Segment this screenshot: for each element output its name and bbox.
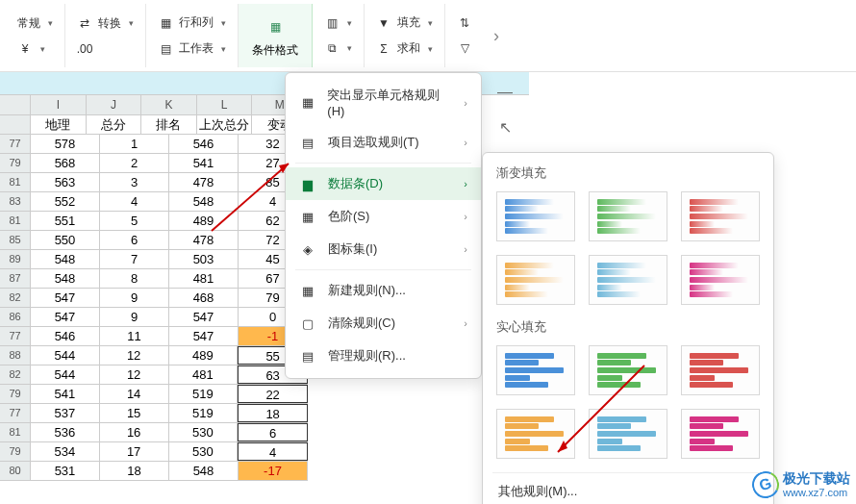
cell-total[interactable]: 541 xyxy=(31,385,100,403)
other-rules-button[interactable]: 其他规则(M)... xyxy=(492,472,764,504)
cell-rank[interactable]: 1 xyxy=(100,135,169,153)
gradient-databar-thumb[interactable] xyxy=(496,191,575,241)
cell-total[interactable]: 544 xyxy=(31,346,100,365)
cell-prev[interactable]: 547 xyxy=(169,327,239,345)
cell-rank[interactable]: 12 xyxy=(100,346,169,365)
select-all-corner[interactable] xyxy=(0,95,31,114)
cell-prev[interactable]: 489 xyxy=(169,346,239,365)
cell-prev[interactable]: 541 xyxy=(169,154,239,172)
cell-total[interactable]: 578 xyxy=(31,135,100,153)
filter-button[interactable]: ▽ xyxy=(451,37,478,60)
cell-rank[interactable]: 11 xyxy=(100,327,169,345)
crop-button[interactable]: ⧉▾ xyxy=(318,37,358,60)
menu-highlight-rules[interactable]: ▦ 突出显示单元格规则(H) › xyxy=(286,79,481,126)
row-header[interactable]: 89 xyxy=(0,250,31,268)
row-header[interactable]: 77 xyxy=(0,135,31,153)
cell-rank[interactable]: 2 xyxy=(100,154,169,172)
cell-prev[interactable]: 547 xyxy=(169,308,239,326)
row-header[interactable]: 79 xyxy=(0,442,31,461)
worksheet-button[interactable]: ▤ 工作表▾ xyxy=(152,37,232,61)
cell-rank[interactable]: 14 xyxy=(100,385,169,403)
cell-prev[interactable]: 530 xyxy=(169,423,239,441)
col-header[interactable]: I xyxy=(31,95,87,114)
menu-icon-sets[interactable]: ◈ 图标集(I) › xyxy=(286,233,481,265)
row-header[interactable]: 77 xyxy=(0,404,31,422)
sum-button[interactable]: Σ 求和▾ xyxy=(370,37,439,61)
gradient-databar-thumb[interactable] xyxy=(496,255,575,305)
cell-prev[interactable]: 489 xyxy=(169,212,239,230)
minimize-icon[interactable]: — xyxy=(494,82,516,103)
cell-delta[interactable]: 4 xyxy=(238,442,308,461)
sort-button[interactable]: ⇅ xyxy=(451,12,478,35)
cell-total[interactable]: 534 xyxy=(31,442,100,461)
solid-databar-thumb[interactable] xyxy=(496,409,575,459)
row-header[interactable]: 81 xyxy=(0,423,31,441)
solid-databar-thumb[interactable] xyxy=(496,345,575,395)
solid-databar-thumb[interactable] xyxy=(681,409,760,459)
cell-prev[interactable]: 478 xyxy=(169,173,239,191)
menu-data-bars[interactable]: ▆ 数据条(D) › xyxy=(286,167,481,200)
row-header[interactable]: 87 xyxy=(0,269,31,288)
cell-rank[interactable]: 9 xyxy=(100,289,169,307)
menu-manage-rules[interactable]: ▤ 管理规则(R)... xyxy=(286,340,481,372)
cell-total[interactable]: 536 xyxy=(31,423,100,441)
cell-rank[interactable]: 17 xyxy=(100,442,169,461)
row-header[interactable]: 83 xyxy=(0,192,31,211)
cell-prev[interactable]: 503 xyxy=(169,250,239,268)
cell-delta[interactable]: 18 xyxy=(238,404,308,422)
row-header[interactable]: 82 xyxy=(0,289,31,307)
cell-prev[interactable]: 546 xyxy=(169,135,239,153)
menu-top-rules[interactable]: ▤ 项目选取规则(T) › xyxy=(286,126,481,159)
cell-rank[interactable]: 9 xyxy=(100,308,169,326)
cell-rank[interactable]: 18 xyxy=(100,462,169,480)
row-header[interactable]: 82 xyxy=(0,365,31,384)
cell-total[interactable]: 563 xyxy=(31,173,100,191)
convert-button[interactable]: ⇄ 转换▾ xyxy=(71,12,139,36)
cell-rank[interactable]: 5 xyxy=(100,212,169,230)
cell-total[interactable]: 547 xyxy=(31,289,100,307)
cell-total[interactable]: 548 xyxy=(31,269,100,288)
menu-clear-rules[interactable]: ▢ 清除规则(C) › xyxy=(286,307,481,340)
cursor-icon[interactable]: ↖ xyxy=(494,116,516,138)
col-header[interactable]: K xyxy=(141,95,197,114)
style-dropdown[interactable]: 常规▾ xyxy=(12,12,59,36)
cell-total[interactable]: 544 xyxy=(31,365,100,384)
cell-delta[interactable]: -17 xyxy=(239,462,308,480)
cell-delta[interactable]: 22 xyxy=(238,385,308,403)
row-header[interactable] xyxy=(0,115,31,134)
cell-rank[interactable]: 8 xyxy=(100,269,169,288)
conditional-format-button[interactable]: ▦ 条件格式 xyxy=(244,10,306,63)
cell-prev[interactable]: 468 xyxy=(169,289,239,307)
menu-color-scales[interactable]: ▦ 色阶(S) › xyxy=(286,200,481,233)
cell-prev[interactable]: 519 xyxy=(169,404,239,422)
cell-rank[interactable]: 7 xyxy=(100,250,169,268)
row-header[interactable]: 85 xyxy=(0,231,31,249)
cell-total[interactable]: 550 xyxy=(31,231,100,249)
cell-rank[interactable]: 6 xyxy=(100,231,169,249)
cell-prev[interactable]: 548 xyxy=(169,192,239,211)
cell-total[interactable]: 531 xyxy=(31,462,100,480)
cell-total[interactable]: 551 xyxy=(31,212,100,230)
format-button[interactable]: .00 xyxy=(71,38,139,61)
cell-prev[interactable]: 481 xyxy=(169,365,239,384)
solid-databar-thumb[interactable] xyxy=(681,345,760,395)
gradient-databar-thumb[interactable] xyxy=(589,191,667,241)
solid-databar-thumb[interactable] xyxy=(589,409,667,459)
gradient-databar-thumb[interactable] xyxy=(681,191,760,241)
cell-total[interactable]: 548 xyxy=(31,250,100,268)
cell-rank[interactable]: 3 xyxy=(100,173,169,191)
cell-prev[interactable]: 530 xyxy=(169,442,239,461)
merge-button[interactable]: ▥▾ xyxy=(318,12,358,35)
menu-new-rule[interactable]: ▦ 新建规则(N)... xyxy=(286,274,481,307)
cell-total[interactable]: 547 xyxy=(31,308,100,326)
cell-rank[interactable]: 4 xyxy=(100,192,169,211)
row-header[interactable]: 88 xyxy=(0,346,31,365)
row-header[interactable]: 77 xyxy=(0,327,31,345)
currency-dropdown[interactable]: ¥▾ xyxy=(12,38,59,61)
row-header[interactable]: 79 xyxy=(0,385,31,403)
fill-button[interactable]: ▼ 填充▾ xyxy=(370,11,439,35)
ribbon-expand-button[interactable]: › xyxy=(488,22,505,50)
solid-databar-thumb[interactable] xyxy=(589,345,667,395)
cell-prev[interactable]: 481 xyxy=(169,269,239,288)
cell-total[interactable]: 537 xyxy=(31,404,100,422)
